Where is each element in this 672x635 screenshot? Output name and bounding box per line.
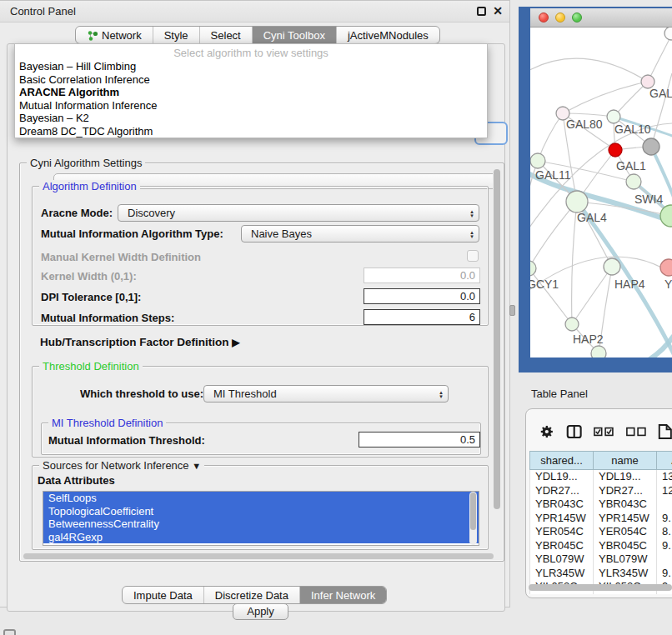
data-attributes-list[interactable]: SelfLoopsTopologicalCoefficientBetweenne… [43, 491, 479, 546]
table-row[interactable]: YDL19...YDL19...13 [530, 470, 672, 484]
hub-section-label[interactable]: Hub/Transcription Factor Definition ▶ [40, 336, 240, 348]
table-row[interactable]: YDR27...YDR27...12 [530, 484, 672, 498]
network-node-hap2[interactable] [565, 318, 579, 331]
attribute-list-item[interactable]: TopologicalCoefficient [43, 505, 479, 518]
network-edge[interactable] [563, 82, 648, 113]
network-node[interactable] [643, 138, 659, 155]
algorithm-dropdown-list: Select algorithm to view settings Bayesi… [14, 43, 488, 138]
mi-algorithm-type-select[interactable]: Naive Bayes ▴▾ [241, 225, 479, 242]
column-header[interactable]: shared... [530, 452, 594, 470]
table-panel: shared...nameA YDL19...YDL19...13YDR27..… [525, 408, 672, 598]
apply-button[interactable]: Apply [233, 603, 288, 620]
sources-group: Sources for Network Inference ▼ Data Att… [32, 465, 489, 550]
network-window-titlebar[interactable] [530, 8, 672, 28]
split-pane-grip[interactable] [509, 305, 515, 316]
tab-discretize-data[interactable]: Discretize Data [203, 587, 299, 603]
network-edge[interactable] [563, 113, 614, 117]
table-cell: YER054C [594, 525, 657, 539]
network-node-gal10[interactable] [607, 110, 620, 123]
network-node-y[interactable] [660, 259, 672, 276]
tab-label: Select [211, 29, 241, 42]
mi-steps-field[interactable]: 6 [364, 309, 480, 325]
tab-cyni-toolbox[interactable]: Cyni Toolbox [252, 27, 336, 43]
network-edge[interactable] [648, 34, 672, 82]
node-attribute-table[interactable]: shared...nameA YDL19...YDL19...13YDR27..… [529, 451, 672, 594]
tab-select[interactable]: Select [199, 27, 252, 43]
table-row[interactable]: YBL079WYBL079W [530, 552, 672, 567]
table-cell [657, 498, 672, 512]
attribute-list-item[interactable]: SelfLoops [43, 492, 479, 505]
table-cell: YLR345W [594, 567, 657, 581]
tab-network[interactable]: Network [76, 27, 153, 43]
network-edge[interactable] [572, 267, 612, 324]
column-header[interactable]: name [594, 452, 657, 470]
table-row[interactable]: YLR345WYLR345W9. [530, 567, 672, 581]
settings-hscrollbar[interactable] [23, 553, 494, 559]
network-edge[interactable] [538, 113, 563, 161]
network-node-gal4[interactable] [566, 191, 588, 212]
table-cell: 9. [657, 539, 672, 553]
zoom-traffic-light-icon[interactable] [572, 12, 582, 22]
close-traffic-light-icon[interactable] [539, 12, 549, 22]
minimize-traffic-light-icon[interactable] [555, 12, 565, 22]
attribute-list-item[interactable]: gal4RGexp [43, 531, 479, 544]
attributes-list-scrollbar[interactable] [469, 492, 477, 545]
document-icon[interactable] [658, 422, 672, 441]
network-node-gcy1[interactable] [530, 261, 536, 276]
network-node-gal1[interactable] [609, 143, 622, 157]
which-threshold-select[interactable]: MI Threshold ▴▾ [203, 385, 449, 402]
table-row[interactable]: YER054CYER054C8. [530, 525, 672, 539]
unchecked-pair-icon[interactable] [626, 426, 647, 438]
dpi-tolerance-field[interactable]: 0.0 [364, 288, 480, 304]
network-node[interactable] [664, 28, 672, 40]
table-cell: 9. [657, 567, 672, 581]
tab-impute-data[interactable]: Impute Data [123, 587, 203, 603]
table-hscrollbar[interactable] [529, 584, 672, 591]
network-node[interactable] [591, 346, 606, 358]
algorithm-option[interactable]: Dream8 DC_TDC Algorithm [15, 125, 487, 138]
node-label: GAL10 [614, 122, 651, 136]
kernel-width-field[interactable]: 0.0 [364, 268, 480, 283]
table-panel-toolbar [526, 416, 672, 448]
control-panel-title: Control Panel [10, 1, 76, 22]
tab-infer-network[interactable]: Infer Network [299, 587, 386, 603]
network-node-hap4[interactable] [604, 258, 620, 275]
close-icon[interactable]: ✕ [493, 4, 503, 18]
table-cell: YBR045C [530, 539, 594, 553]
algorithm-option[interactable]: Mutual Information Inference [15, 99, 487, 112]
collapse-arrow-icon: ▼ [192, 461, 201, 471]
settings-scrollbar[interactable] [493, 168, 501, 555]
table-row[interactable]: YBR043CYBR043C [530, 498, 672, 512]
network-node-swi4[interactable] [626, 174, 641, 189]
restore-panel-icon[interactable] [3, 629, 16, 635]
table-cell: 13 [657, 470, 672, 484]
network-view-window: GALGAL80GAL10GAL1GAL11SWI4GAL4GCY1HAP4YH… [519, 7, 672, 372]
mi-threshold-field[interactable]: 0.5 [359, 432, 480, 448]
table-cell: YBR045C [594, 539, 657, 553]
column-header[interactable]: A [657, 452, 672, 470]
network-edge[interactable] [530, 58, 648, 82]
split-columns-icon[interactable] [566, 423, 582, 440]
aracne-mode-select[interactable]: Discovery ▴▾ [118, 204, 479, 222]
algorithm-option[interactable]: Bayesian – K2 [15, 112, 487, 125]
network-canvas[interactable]: GALGAL80GAL10GAL1GAL11SWI4GAL4GCY1HAP4YH… [530, 28, 672, 358]
network-edge[interactable] [614, 82, 648, 117]
tab-label: Style [164, 29, 188, 42]
algorithm-option[interactable]: Bayesian – Hill Climbing [15, 60, 487, 73]
table-row[interactable]: YBR045CYBR045C9. [530, 539, 672, 553]
tab-style[interactable]: Style [153, 27, 199, 43]
algorithm-option[interactable]: Basic Correlation Inference [15, 73, 487, 87]
table-cell: YER054C [530, 525, 594, 539]
sources-group-title[interactable]: Sources for Network Inference ▼ [39, 459, 204, 472]
tab-jactivemnodules[interactable]: jActiveMNodules [336, 27, 439, 43]
gear-icon[interactable] [539, 423, 554, 440]
checked-pair-icon[interactable] [594, 426, 614, 438]
algorithm-option[interactable]: ARACNE Algorithm [15, 86, 487, 99]
manual-kernel-checkbox[interactable] [467, 250, 479, 262]
table-row[interactable]: YPR145WYPR145W9. [530, 512, 672, 526]
network-edge[interactable] [530, 202, 577, 268]
node-label: SWI4 [634, 192, 663, 206]
attribute-list-item[interactable]: BetweennessCentrality [43, 518, 479, 531]
network-node-gal11[interactable] [530, 153, 545, 168]
float-window-icon[interactable] [477, 7, 486, 16]
